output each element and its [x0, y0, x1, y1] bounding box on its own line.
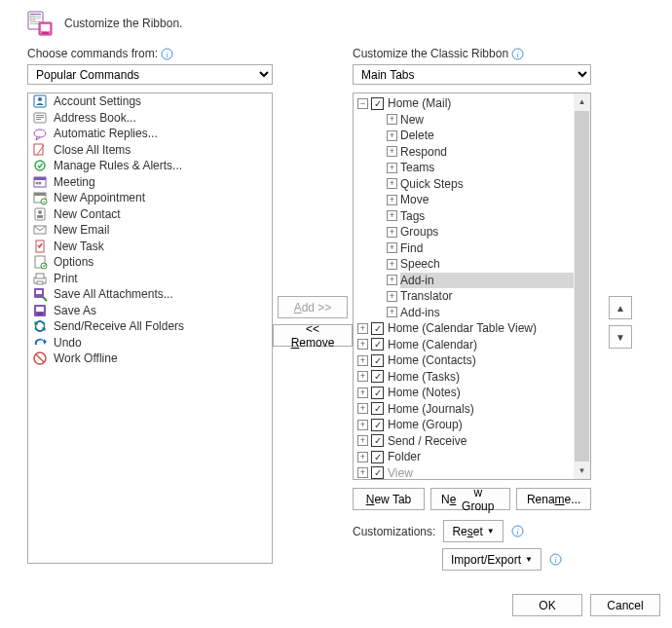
scroll-up[interactable]: ▲: [574, 93, 590, 110]
scrollbar[interactable]: ▲ ▼: [574, 93, 590, 479]
move-up-button[interactable]: ▲: [609, 296, 632, 319]
command-item[interactable]: Account Settings: [28, 93, 272, 110]
command-item[interactable]: Address Book...: [28, 110, 272, 127]
checkbox[interactable]: ✓: [371, 402, 384, 415]
checkbox[interactable]: ✓: [371, 451, 384, 463]
checkbox[interactable]: ✓: [371, 466, 384, 479]
scroll-down[interactable]: ▼: [574, 462, 590, 479]
command-item[interactable]: +New Appointment: [28, 190, 272, 206]
tree-item[interactable]: +New: [357, 112, 590, 129]
tree-item[interactable]: +✓Send / Receive: [357, 433, 590, 450]
command-item[interactable]: Work Offline: [28, 351, 272, 367]
expand-icon[interactable]: +: [387, 178, 397, 189]
expand-icon[interactable]: +: [387, 291, 397, 302]
tree-item[interactable]: +Speech: [357, 256, 590, 273]
commands-combo[interactable]: Popular Commands: [27, 64, 273, 85]
tree-item[interactable]: +Translator: [357, 288, 590, 305]
checkbox[interactable]: ✓: [371, 419, 384, 431]
expand-icon[interactable]: +: [357, 435, 368, 446]
command-item[interactable]: Print: [28, 271, 272, 287]
tree-item[interactable]: +Delete: [357, 128, 590, 144]
expand-icon[interactable]: +: [357, 339, 368, 350]
command-item[interactable]: Close All Items: [28, 142, 272, 159]
tree-item[interactable]: +✓Home (Journals): [357, 401, 590, 418]
tree-item[interactable]: +✓Home (Notes): [357, 385, 590, 401]
tree-item[interactable]: +Respond: [357, 144, 590, 161]
command-item[interactable]: New Contact: [28, 206, 272, 223]
ok-button[interactable]: OK: [512, 594, 582, 616]
expand-icon[interactable]: +: [387, 114, 397, 125]
tree-item[interactable]: +Find: [357, 240, 590, 257]
expand-icon[interactable]: +: [357, 420, 368, 430]
expand-icon[interactable]: +: [387, 146, 397, 157]
command-item[interactable]: New Email: [28, 222, 272, 239]
expand-icon[interactable]: +: [387, 242, 397, 253]
info-icon[interactable]: i: [161, 48, 173, 60]
scroll-thumb[interactable]: [575, 111, 589, 462]
new-tab-button[interactable]: New Tab: [353, 488, 425, 510]
expand-icon[interactable]: +: [387, 130, 397, 141]
expand-icon[interactable]: +: [387, 227, 397, 238]
checkbox[interactable]: ✓: [371, 354, 384, 367]
rename-button[interactable]: Rename...: [516, 488, 591, 510]
expand-icon[interactable]: +: [387, 307, 397, 317]
command-item[interactable]: Manage Rules & Alerts...: [28, 158, 272, 174]
tree-item[interactable]: +Tags: [357, 208, 590, 225]
ribbon-tree[interactable]: −✓Home (Mail)+New+Delete+Respond+Teams+Q…: [353, 92, 591, 480]
tree-item[interactable]: +✓Home (Group): [357, 417, 590, 433]
ribbon-combo[interactable]: Main Tabs: [353, 64, 591, 85]
tree-item[interactable]: +✓Home (Calendar): [357, 337, 590, 353]
command-item[interactable]: Meeting: [28, 174, 272, 191]
tree-item[interactable]: +✓Home (Contacts): [357, 352, 590, 369]
tree-item[interactable]: +✓Home (Tasks): [357, 369, 590, 386]
checkbox[interactable]: ✓: [371, 387, 384, 399]
checkbox[interactable]: ✓: [371, 338, 384, 351]
expand-icon[interactable]: +: [387, 210, 397, 221]
tree-item[interactable]: +✓Home (Calendar Table View): [357, 320, 590, 337]
command-item[interactable]: Undo: [28, 335, 272, 351]
expand-icon[interactable]: +: [387, 275, 397, 285]
info-icon[interactable]: i: [549, 553, 562, 566]
tree-item[interactable]: +Move: [357, 192, 590, 208]
expand-icon[interactable]: +: [357, 467, 368, 478]
add-button[interactable]: Add >>: [278, 296, 348, 318]
reset-button[interactable]: Reset ▼: [443, 520, 503, 542]
expand-icon[interactable]: +: [357, 355, 368, 366]
commands-list[interactable]: Account SettingsAddress Book...Automatic…: [27, 92, 273, 564]
command-item[interactable]: Save All Attachments...: [28, 286, 272, 303]
move-down-button[interactable]: ▼: [609, 325, 632, 349]
expand-icon[interactable]: +: [387, 259, 397, 270]
expand-icon[interactable]: +: [357, 452, 368, 462]
checkbox[interactable]: ✓: [371, 322, 384, 335]
cancel-button[interactable]: Cancel: [590, 594, 660, 616]
expand-icon[interactable]: +: [357, 388, 368, 398]
expand-icon[interactable]: +: [387, 195, 397, 205]
checkbox[interactable]: ✓: [371, 370, 384, 383]
tree-item[interactable]: +Groups: [357, 224, 590, 240]
tree-item[interactable]: +Add-ins: [357, 305, 590, 321]
command-item[interactable]: Save As: [28, 303, 272, 319]
command-item[interactable]: New Task: [28, 239, 272, 255]
expand-icon[interactable]: +: [357, 371, 368, 382]
info-icon[interactable]: i: [511, 525, 524, 537]
expand-icon[interactable]: +: [387, 163, 397, 173]
remove-button[interactable]: << Remove: [273, 324, 353, 347]
command-item[interactable]: Send/Receive All Folders: [28, 318, 272, 335]
command-item[interactable]: Automatic Replies...: [28, 126, 272, 142]
import-export-button[interactable]: Import/Export ▼: [442, 548, 541, 571]
checkbox[interactable]: ✓: [371, 434, 384, 447]
tree-item[interactable]: +✓View: [357, 465, 590, 482]
tree-item[interactable]: +Quick Steps: [357, 176, 590, 193]
expand-icon[interactable]: +: [357, 323, 368, 334]
tree-item[interactable]: +Teams: [357, 160, 590, 176]
collapse-icon[interactable]: −: [357, 98, 368, 109]
info-icon[interactable]: i: [511, 48, 524, 60]
tree-item[interactable]: +✓Folder: [357, 449, 590, 465]
checkbox[interactable]: ✓: [371, 97, 384, 110]
new-group-button[interactable]: New Group: [430, 488, 510, 510]
tree-item[interactable]: −✓Home (Mail): [357, 95, 590, 112]
command-item[interactable]: Options: [28, 254, 272, 271]
tree-label: Home (Journals): [388, 402, 474, 416]
expand-icon[interactable]: +: [357, 403, 368, 414]
tree-item[interactable]: +Add-in: [357, 273, 590, 289]
